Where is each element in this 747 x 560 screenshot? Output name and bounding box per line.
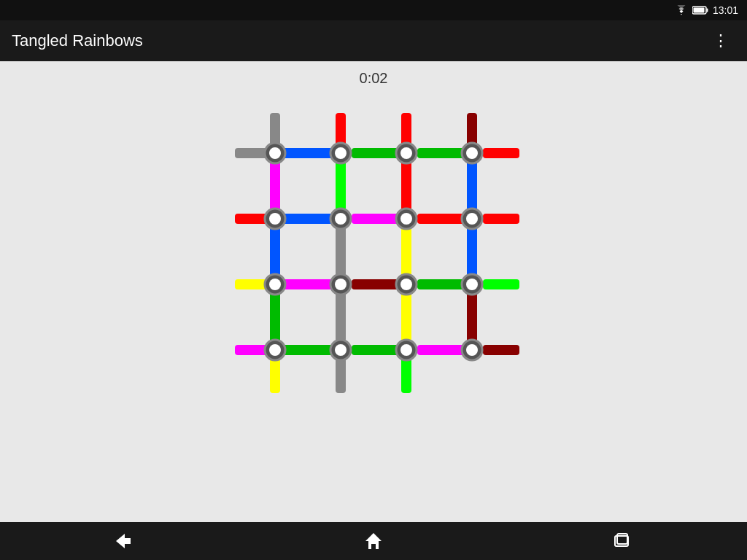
svg-rect-17 [483, 279, 519, 289]
game-timer: 0:02 [360, 70, 388, 87]
svg-rect-14 [282, 279, 336, 289]
svg-rect-9 [282, 214, 336, 224]
svg-rect-30 [336, 225, 346, 276]
nav-bar [0, 522, 747, 560]
recents-icon [613, 532, 632, 550]
svg-rect-1 [693, 8, 704, 13]
home-icon [364, 532, 383, 551]
svg-point-63 [400, 279, 412, 290]
recents-button[interactable] [600, 526, 644, 556]
svg-rect-29 [336, 160, 346, 211]
svg-rect-12 [483, 214, 519, 224]
svg-rect-31 [336, 291, 346, 342]
svg-point-61 [335, 279, 347, 290]
svg-rect-26 [270, 291, 280, 342]
svg-rect-41 [467, 291, 477, 342]
svg-point-51 [269, 213, 281, 225]
svg-rect-19 [282, 345, 336, 355]
svg-rect-40 [467, 225, 477, 276]
svg-point-43 [269, 147, 281, 159]
puzzle-container[interactable] [220, 98, 527, 405]
svg-rect-37 [401, 357, 411, 393]
svg-point-57 [466, 213, 478, 225]
svg-rect-25 [270, 225, 280, 276]
svg-point-73 [466, 344, 478, 356]
svg-rect-8 [235, 214, 268, 224]
svg-point-47 [400, 147, 412, 159]
app-bar: Tangled Rainbows ⋮ [0, 20, 747, 61]
svg-point-69 [335, 344, 347, 356]
svg-rect-7 [483, 148, 519, 158]
svg-rect-22 [483, 345, 519, 355]
svg-marker-75 [365, 533, 382, 549]
svg-rect-18 [235, 345, 268, 355]
back-icon [115, 532, 135, 550]
svg-rect-27 [270, 357, 280, 393]
status-bar: 13:01 [0, 0, 747, 20]
overflow-menu-button[interactable]: ⋮ [707, 28, 735, 53]
svg-rect-13 [235, 279, 268, 289]
svg-rect-2 [706, 9, 708, 12]
svg-rect-4 [282, 148, 337, 158]
svg-rect-36 [401, 291, 411, 342]
battery-icon [692, 6, 708, 15]
back-button[interactable] [103, 526, 147, 556]
svg-marker-74 [116, 534, 131, 548]
svg-rect-24 [270, 160, 280, 211]
main-content: 0:02 [0, 61, 747, 522]
svg-rect-34 [401, 160, 411, 211]
clock: 13:01 [713, 4, 738, 16]
puzzle-grid[interactable] [220, 98, 527, 405]
svg-point-59 [269, 279, 281, 290]
svg-point-53 [335, 213, 347, 225]
app-title: Tangled Rainbows [12, 31, 143, 50]
svg-rect-39 [467, 160, 477, 211]
wifi-icon [675, 5, 688, 15]
svg-point-55 [400, 213, 412, 225]
svg-point-71 [400, 344, 412, 356]
svg-point-45 [335, 147, 347, 159]
status-icons: 13:01 [675, 4, 738, 16]
svg-point-49 [466, 147, 478, 159]
svg-rect-32 [336, 357, 346, 393]
svg-point-65 [466, 279, 478, 290]
home-button[interactable] [352, 526, 395, 556]
svg-rect-35 [401, 225, 411, 276]
svg-point-67 [269, 344, 281, 356]
